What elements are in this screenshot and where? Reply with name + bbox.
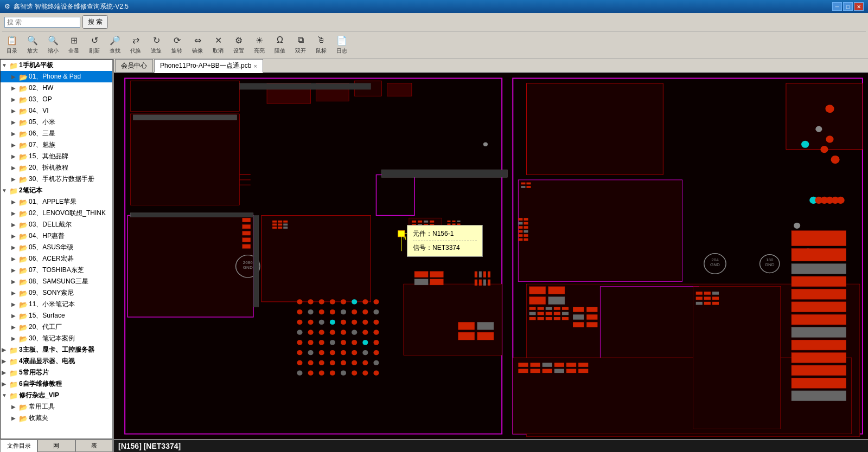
tree-item-nb30[interactable]: ▶📂30、笔记本案例 — [1, 333, 112, 344]
tree-item-item02[interactable]: ▶📂02、HW — [1, 82, 112, 94]
folder-icon-cat3: 📁 — [9, 346, 18, 354]
svg-point-39 — [352, 309, 357, 314]
svg-rect-224 — [792, 353, 846, 363]
svg-rect-9 — [130, 213, 253, 217]
tree-item-item06[interactable]: ▶📂06、三星 — [1, 128, 112, 139]
toolbar-row: 📋目录🔍放大🔍缩小⊞全显↺刷新🔎查找⇄代换↻送旋⟳旋转⇔镜像✕取消⚙设置☀亮亮Ω… — [2, 31, 866, 57]
refresh-icon: ↺ — [88, 34, 101, 46]
tree-category-cat4[interactable]: ▶📁4液晶显示器、电视 — [1, 356, 112, 367]
maximize-button[interactable]: □ — [843, 2, 853, 11]
svg-rect-226 — [792, 378, 846, 389]
search-input[interactable] — [4, 17, 80, 28]
tab-member-center[interactable]: 会员中心 — [115, 59, 153, 72]
svg-rect-154 — [414, 279, 428, 285]
toolbar-btn-resistance[interactable]: Ω阻值 — [270, 33, 290, 56]
sidebar: ▼📁1手机&平板▶📂01、Phone & Pad▶📂02、HW▶📂03、OP▶📂… — [0, 59, 114, 452]
tree-item-nb11[interactable]: ▶📂11、小米笔记本 — [1, 299, 112, 310]
svg-rect-188 — [447, 221, 450, 222]
tree-category-cat6[interactable]: ▶📁6自学维修教程 — [1, 378, 112, 390]
tree-category-cat5[interactable]: ▶📁5常用芯片 — [1, 367, 112, 378]
toggle-nb30: ▶ — [11, 335, 19, 341]
toolbar-btn-zoom-out[interactable]: 🔍缩小 — [43, 33, 63, 56]
tree-category-cat1[interactable]: ▼📁1手机&平板 — [1, 60, 112, 71]
svg-rect-243 — [477, 332, 494, 340]
svg-point-46 — [341, 320, 346, 325]
toolbar-btn-zoom-in[interactable]: 🔍放大 — [23, 33, 42, 56]
cancel-label: 取消 — [213, 47, 224, 55]
toolbar-btn-dual[interactable]: ⧉双开 — [291, 33, 310, 56]
minimize-button[interactable]: ─ — [832, 2, 842, 11]
toolbar-btn-refresh[interactable]: ↺刷新 — [85, 33, 104, 56]
svg-text:GND: GND — [765, 263, 775, 268]
tab-table[interactable]: 表 — [75, 440, 113, 452]
tree-item-nb01[interactable]: ▶📂01、APPLE苹果 — [1, 196, 112, 208]
toolbar-btn-fit[interactable]: ⊞全显 — [64, 33, 84, 56]
tab-file-directory[interactable]: 文件目录 — [0, 440, 37, 452]
svg-rect-195 — [696, 292, 703, 295]
tree-item-item20[interactable]: ▶📂20、拆机教程 — [1, 162, 112, 173]
tree-item-vip2[interactable]: ▶📂收藏夹 — [1, 412, 112, 424]
toolbar-btn-log[interactable]: 📄日志 — [332, 33, 352, 56]
tree-item-item30[interactable]: ▶📂30、手机芯片数据手册 — [1, 173, 112, 185]
tree-item-nb05[interactable]: ▶📂05、ASUS华硕 — [1, 242, 112, 253]
svg-rect-145 — [404, 284, 502, 355]
toolbar-btn-index[interactable]: 📋目录 — [2, 33, 22, 56]
tree-item-item01[interactable]: ▶📂01、Phone & Pad — [1, 71, 112, 82]
pcb-canvas-area[interactable]: /* rendered by SVG rects below */ — [114, 73, 868, 439]
svg-rect-21 — [278, 224, 282, 226]
sidebar-tabs: 文件目录 网 表 — [0, 439, 113, 452]
tree-item-nb15[interactable]: ▶📂15、Surface — [1, 310, 112, 321]
tree-item-nb02[interactable]: ▶📂02、LENOVO联想_THINK — [1, 208, 112, 219]
toggle-nb04: ▶ — [11, 233, 19, 239]
svg-rect-174 — [578, 369, 588, 373]
tree-item-nb04[interactable]: ▶📂04、HP惠普 — [1, 230, 112, 242]
toolbar-btn-rotate[interactable]: ⟳旋转 — [167, 33, 187, 56]
tree-item-nb09[interactable]: ▶📂09、SONY索尼 — [1, 287, 112, 299]
tree-category-cat3[interactable]: ▶📁3主板、显卡、工控服务器 — [1, 344, 112, 356]
tree-item-item05[interactable]: ▶📂05、小米 — [1, 117, 112, 128]
svg-point-26 — [297, 299, 302, 304]
toolbar-btn-mouse[interactable]: 🖱鼠标 — [311, 33, 331, 56]
toolbar-btn-brightness[interactable]: ☀亮亮 — [250, 33, 269, 56]
tree-category-cat2[interactable]: ▼📁2笔记本 — [1, 185, 112, 196]
file-tab-close[interactable]: × — [253, 63, 257, 69]
tab-net[interactable]: 网 — [37, 440, 75, 452]
svg-rect-178 — [424, 221, 428, 223]
tab-active-file[interactable]: Phone11Pro-AP+BB一点通.pcb × — [154, 59, 263, 73]
svg-text:180: 180 — [766, 257, 774, 262]
tree-item-nb06[interactable]: ▶📂06、ACER宏碁 — [1, 253, 112, 264]
brightness-icon: ☀ — [253, 34, 266, 46]
tree-category-catV[interactable]: ▼📁修行杂志_VIP — [1, 390, 112, 401]
svg-point-73 — [373, 350, 379, 355]
tree-item-vip1[interactable]: ▶📂常用工具 — [1, 401, 112, 412]
tree-item-nb07[interactable]: ▶📂07、TOSHIBA东芝 — [1, 264, 112, 276]
close-button[interactable]: ✕ — [854, 2, 864, 11]
svg-rect-19 — [283, 221, 288, 223]
toolbar-btn-replace[interactable]: ⇄代换 — [126, 33, 145, 56]
tree-item-item07[interactable]: ▶📂07、魅族 — [1, 139, 112, 151]
svg-text:2686: 2686 — [243, 260, 253, 265]
search-button[interactable]: 搜 索 — [82, 15, 108, 29]
svg-point-51 — [308, 330, 314, 334]
toolbar-btn-settings[interactable]: ⚙设置 — [229, 33, 248, 56]
svg-rect-164 — [531, 363, 540, 367]
svg-rect-235 — [524, 230, 528, 233]
toolbar-btn-forward[interactable]: ↻送旋 — [146, 33, 166, 56]
svg-rect-124 — [586, 322, 597, 327]
tree-item-nb03[interactable]: ▶📂03、DELL戴尔 — [1, 219, 112, 230]
svg-rect-169 — [518, 369, 528, 373]
tooltip-signal-label: 信号：NET3374 — [413, 243, 477, 253]
tree-area[interactable]: ▼📁1手机&平板▶📂01、Phone & Pad▶📂02、HW▶📂03、OP▶📂… — [0, 59, 113, 439]
folder-icon-catV: 📁 — [9, 392, 18, 399]
toolbar-btn-cancel[interactable]: ✕取消 — [208, 33, 228, 56]
svg-rect-110 — [538, 312, 544, 315]
tree-item-item03[interactable]: ▶📂03、OP — [1, 94, 112, 105]
tree-item-nb08[interactable]: ▶📂08、SAMSUNG三星 — [1, 276, 112, 287]
tree-item-item15[interactable]: ▶📂15、其他品牌 — [1, 151, 112, 162]
toolbar-btn-mirror[interactable]: ⇔镜像 — [188, 33, 207, 56]
settings-icon: ⚙ — [232, 34, 245, 46]
tree-item-nb20[interactable]: ▶📂20、代工厂 — [1, 321, 112, 333]
toolbar-btn-find[interactable]: 🔎查找 — [105, 33, 125, 56]
svg-point-68 — [319, 350, 324, 355]
tree-item-item04[interactable]: ▶📂04、VI — [1, 105, 112, 117]
